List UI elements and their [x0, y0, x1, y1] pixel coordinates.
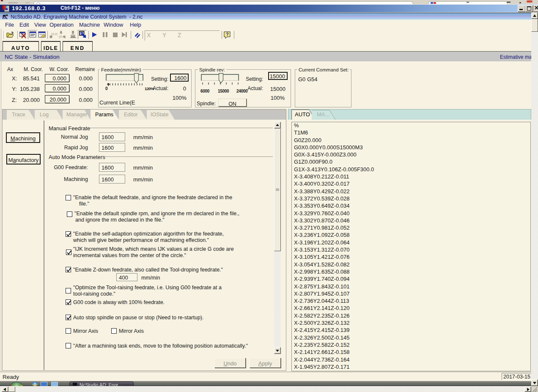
svg-text:?: ? [226, 32, 229, 37]
svg-text:(0,0): (0,0) [51, 32, 58, 36]
